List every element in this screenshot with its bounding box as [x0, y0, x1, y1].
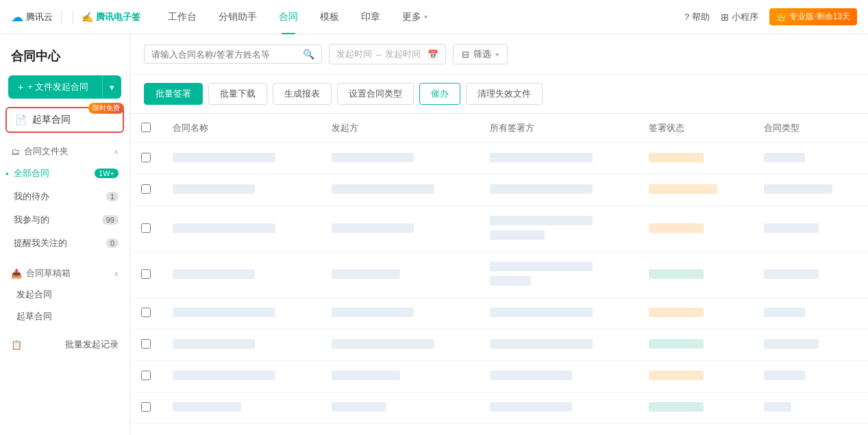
batch-download-button[interactable]: 批量下载	[208, 83, 267, 105]
sidebar-all-contracts[interactable]: 全部合同 1W+	[0, 162, 129, 185]
clear-invalid-button[interactable]: 清理失效文件	[466, 83, 543, 105]
main-layout: 合同中心 + + 文件发起合同 ▾ 📄 起草合同 限时免费	[0, 34, 868, 435]
contract-name-1	[173, 153, 275, 162]
contract-type-8	[764, 402, 791, 412]
table-row	[130, 330, 868, 361]
signers-3b	[490, 230, 545, 240]
batch-sign-button[interactable]: 批量签署	[144, 83, 203, 105]
draft-section-header[interactable]: 📥 合同草稿箱 ∧	[0, 260, 129, 284]
filter-label: 筛选	[473, 48, 491, 60]
participated-badge: 99	[102, 215, 119, 225]
sign-status-7	[649, 371, 704, 380]
draft-section: 📥 合同草稿箱 ∧ 发起合同 起草合同	[0, 260, 129, 327]
initiator-7	[332, 371, 400, 380]
nav-more[interactable]: 更多 ▾	[391, 0, 438, 34]
top-nav: ☁ 腾讯云 ✍ 腾讯电子签 工作台 分销助手 合同 模板 印章 更多 ▾ ? 帮…	[0, 0, 868, 34]
table-row	[130, 393, 868, 424]
row-checkbox-8[interactable]	[141, 402, 151, 412]
search-input[interactable]	[151, 49, 299, 60]
sidebar-my-todo[interactable]: 我的待办 1	[0, 185, 129, 208]
nav-menu: 工作台 分销助手 合同 模板 印章 更多 ▾	[157, 0, 684, 34]
row-checkbox-1[interactable]	[141, 153, 151, 162]
folder-chevron-icon: ∧	[114, 148, 119, 156]
nav-workbench[interactable]: 工作台	[157, 0, 208, 34]
file-launch-label: + 文件发起合同	[27, 81, 88, 93]
nav-distribution[interactable]: 分销助手	[208, 0, 268, 34]
contract-name-2	[173, 184, 255, 194]
sidebar-batch-launch[interactable]: 📋 批量发起记录	[0, 333, 129, 356]
miniapp-label: 小程序	[732, 11, 758, 23]
set-contract-type-button[interactable]: 设置合同类型	[337, 83, 414, 105]
contract-name-7	[173, 371, 275, 380]
sidebar-remind-follow[interactable]: 提醒我关注的 0	[0, 232, 129, 255]
contract-name-4	[173, 269, 255, 279]
initiator-2	[332, 184, 434, 194]
contract-folder-section: 🗂 合同文件夹 ∧ 全部合同 1W+ 我的待办 1 我参与的 99 提醒我关注的…	[0, 138, 129, 255]
row-checkbox-5[interactable]	[141, 308, 151, 317]
search-icon: 🔍	[303, 49, 314, 60]
sidebar-participated[interactable]: 我参与的 99	[0, 208, 129, 232]
folder-icon: 🗂	[11, 147, 20, 157]
contract-type-4	[764, 269, 819, 279]
sidebar-title: 合同中心	[0, 34, 129, 75]
remind-follow-label: 提醒我关注的	[14, 237, 67, 249]
all-contracts-label: 全部合同	[14, 167, 49, 179]
batch-launch-label: 批量发起记录	[65, 338, 119, 351]
sidebar-launch-contract[interactable]: 发起合同	[0, 284, 129, 306]
col-initiator: 发起方	[321, 114, 480, 143]
sign-status-4	[649, 269, 704, 279]
contract-folder-header[interactable]: 🗂 合同文件夹 ∧	[0, 138, 129, 162]
remind-button[interactable]: 催办	[419, 83, 460, 105]
filter-button[interactable]: ⊟ 筛选 ▾	[453, 44, 508, 64]
main-content: 🔍 发起时间 – 发起时间 📅 ⊟ 筛选 ▾ 批量签署 批量下载 生成报表 设置…	[130, 34, 868, 435]
select-all-checkbox[interactable]	[141, 123, 151, 132]
pro-badge[interactable]: 👑 专业版·剩余13天	[769, 8, 857, 25]
search-input-wrap[interactable]: 🔍	[144, 45, 322, 64]
initiator-6	[332, 339, 434, 349]
my-todo-badge: 1	[106, 192, 119, 201]
nav-seal[interactable]: 印章	[350, 0, 391, 34]
signers-6	[490, 339, 593, 349]
tencent-cloud-icon: ☁	[11, 10, 23, 25]
nav-right: ? 帮助 ⊞ 小程序 👑 专业版·剩余13天	[684, 8, 857, 25]
nav-template[interactable]: 模板	[309, 0, 350, 34]
contract-folder-label: 合同文件夹	[24, 145, 114, 158]
sidebar-draft-contract[interactable]: 起草合同	[0, 306, 129, 327]
file-launch-button[interactable]: + + 文件发起合同	[8, 75, 102, 99]
participated-label: 我参与的	[14, 214, 49, 226]
draft-contract-menu-item[interactable]: 📄 起草合同 限时免费	[5, 107, 124, 133]
date-separator: –	[376, 49, 381, 60]
contract-type-5	[764, 308, 805, 317]
tencent-cloud-logo[interactable]: ☁ 腾讯云	[11, 10, 53, 25]
table-row	[130, 206, 868, 252]
help-button[interactable]: ? 帮助	[684, 11, 710, 23]
contract-type-1	[764, 153, 805, 162]
date-start-label: 发起时间	[336, 48, 372, 60]
esign-logo[interactable]: ✍ 腾讯电子签	[73, 11, 140, 23]
tencent-cloud-label: 腾讯云	[26, 11, 53, 23]
file-launch-arrow-button[interactable]: ▾	[102, 75, 121, 99]
contract-name-3	[173, 223, 275, 233]
filter-chevron-icon: ▾	[495, 51, 499, 58]
my-todo-label: 我的待办	[14, 190, 49, 203]
draft-section-icon: 📥	[11, 269, 22, 279]
signers-3	[490, 216, 593, 225]
signers-1	[490, 153, 593, 162]
row-checkbox-3[interactable]	[141, 223, 151, 233]
miniapp-button[interactable]: ⊞ 小程序	[721, 11, 758, 23]
date-start-picker[interactable]: 发起时间 – 发起时间 📅	[329, 44, 446, 64]
action-toolbar: 批量签署 批量下载 生成报表 设置合同类型 催办 清理失效文件	[130, 75, 868, 114]
esign-label: 腾讯电子签	[96, 11, 140, 23]
row-checkbox-7[interactable]	[141, 371, 151, 380]
contract-type-2	[764, 184, 832, 194]
arrow-down-icon: ▾	[110, 82, 114, 92]
date-end-label: 发起时间	[385, 48, 421, 60]
signers-2	[490, 184, 593, 194]
row-checkbox-6[interactable]	[141, 339, 151, 349]
generate-report-button[interactable]: 生成报表	[273, 83, 332, 105]
row-checkbox-2[interactable]	[141, 184, 151, 194]
nav-contract[interactable]: 合同	[268, 0, 309, 34]
row-checkbox-4[interactable]	[141, 269, 151, 279]
contract-type-3	[764, 223, 819, 233]
search-bar: 🔍 发起时间 – 发起时间 📅 ⊟ 筛选 ▾	[130, 34, 868, 75]
